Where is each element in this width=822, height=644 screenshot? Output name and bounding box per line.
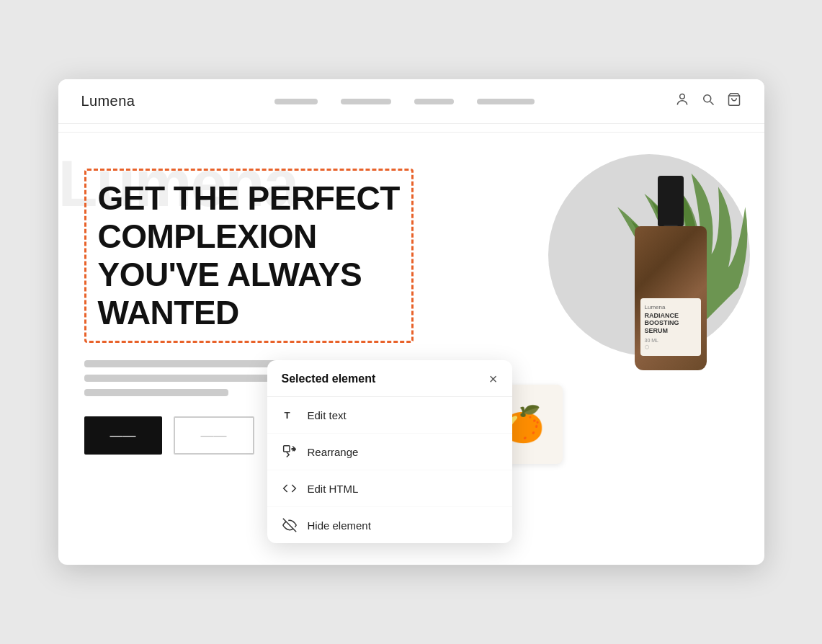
serum-bottle: Lumena RADIANCEBOOSTINGSERUM 30 ML ⬡ (620, 176, 721, 370)
nav-icons (675, 92, 741, 110)
secondary-button[interactable]: —— (174, 416, 254, 455)
brand-logo: Lumena (81, 93, 135, 109)
context-menu-header: Selected element × (267, 360, 512, 397)
hero-section: Lumena GET THE PERFECT COMPLEXION YOU'VE… (58, 133, 764, 565)
svg-rect-5 (283, 446, 289, 452)
browser-window: Lumena (58, 79, 764, 565)
bottle-brand: Lumena (645, 304, 697, 310)
bottle-label: Lumena RADIANCEBOOSTINGSERUM 30 ML ⬡ (640, 298, 701, 356)
svg-line-2 (710, 102, 713, 105)
close-button[interactable]: × (489, 372, 498, 386)
bottle-cap (658, 176, 684, 226)
menu-item-rearrange[interactable]: Rearrange (267, 434, 512, 470)
selected-element-box[interactable]: GET THE PERFECT COMPLEXION YOU'VE ALWAYS… (84, 169, 414, 343)
hero-heading: GET THE PERFECT COMPLEXION YOU'VE ALWAYS… (98, 179, 400, 332)
person-icon[interactable] (675, 92, 689, 110)
nav-link-1[interactable] (274, 99, 318, 104)
menu-item-edit-text-label: Edit text (308, 409, 347, 421)
text-icon: T (282, 408, 298, 422)
menu-item-hide-element[interactable]: Hide element (267, 507, 512, 543)
svg-point-0 (679, 94, 684, 99)
menu-item-hide-element-label: Hide element (308, 519, 371, 532)
menu-item-edit-html[interactable]: Edit HTML (267, 470, 512, 507)
menu-item-rearrange-label: Rearrange (308, 446, 359, 458)
menu-item-edit-html-label: Edit HTML (308, 483, 359, 495)
hide-icon (282, 518, 298, 532)
desc-line-2 (84, 375, 286, 382)
menu-item-edit-text[interactable]: T Edit text (267, 397, 512, 434)
search-icon[interactable] (701, 92, 715, 110)
nav-links (274, 99, 535, 104)
desc-line-3 (84, 389, 228, 396)
nav-bar: Lumena (58, 79, 764, 124)
bottle-product: RADIANCEBOOSTINGSERUM (645, 312, 697, 335)
hero-right: Lumena RADIANCEBOOSTINGSERUM 30 ML ⬡ 🍊 (476, 133, 764, 565)
nav-link-2[interactable] (341, 99, 391, 104)
sub-nav (58, 124, 764, 133)
context-menu-title: Selected element (282, 372, 376, 385)
nav-link-3[interactable] (414, 99, 454, 104)
bottle-body: Lumena RADIANCEBOOSTINGSERUM 30 ML ⬡ (635, 176, 707, 370)
context-menu: Selected element × T Edit text (267, 360, 512, 543)
bottle-glass: Lumena RADIANCEBOOSTINGSERUM 30 ML ⬡ (635, 226, 707, 370)
svg-text:T: T (284, 410, 290, 421)
code-icon (282, 481, 298, 496)
cart-icon[interactable] (727, 92, 741, 110)
primary-button[interactable]: —— (84, 416, 162, 455)
bottle-volume: 30 ML (645, 338, 697, 343)
rearrange-icon (282, 444, 298, 459)
nav-link-4[interactable] (477, 99, 535, 104)
svg-point-1 (703, 95, 710, 102)
